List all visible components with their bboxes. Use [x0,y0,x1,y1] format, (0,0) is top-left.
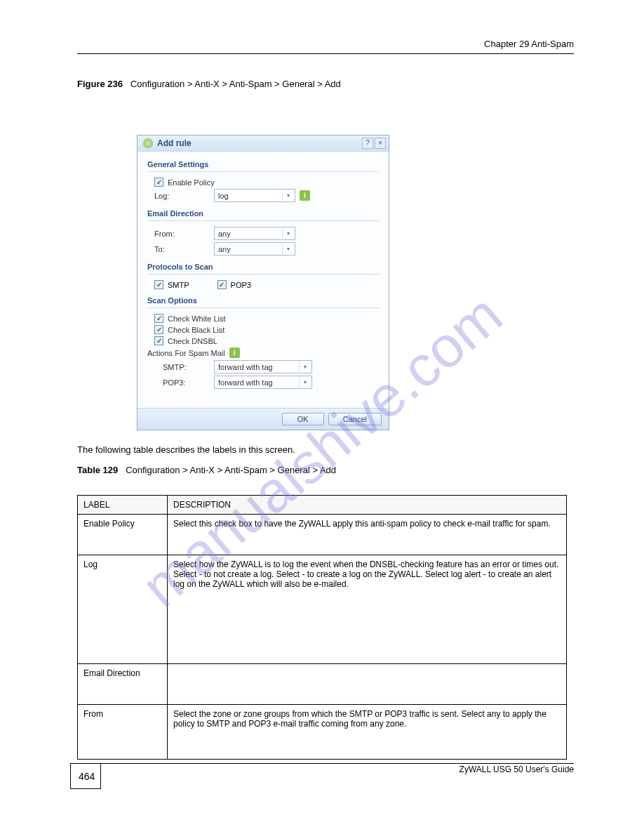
actions-spam-label: Actions For Spam Mail [147,349,225,357]
blacklist-checkbox[interactable]: ✓ [154,325,163,334]
dnsbl-checkbox[interactable]: ✓ [154,336,163,345]
figure-caption: Figure 236 Configuration > Anti-X > Anti… [77,79,644,89]
from-select-value: any [218,230,231,238]
page-header: Chapter 29 Anti-Spam [77,39,574,54]
whitelist-checkbox[interactable]: ✓ [154,314,163,323]
table-caption: Table 129 Configuration > Anti-X > Anti-… [77,465,644,475]
table-cell-desc [168,664,567,705]
smtp-action-select[interactable]: forward with tag ▾ [214,360,312,373]
chevron-down-icon: ▾ [282,190,293,201]
ok-button[interactable]: OK [282,413,324,425]
smtp-action-label: SMTP: [163,363,214,371]
dialog-title: Add rule [157,138,361,148]
smtp-label: SMTP [168,281,189,289]
enable-policy-label: Enable Policy [168,178,215,187]
info-icon[interactable]: i [229,348,240,358]
dialog-titlebar: Add rule ? × [137,135,389,152]
pop3-action-label: POP3: [163,378,214,387]
section-scan-options: Scan Options [147,296,379,308]
table-cell-label: From [78,705,168,760]
to-select-value: any [218,245,231,253]
table-row: Email Direction [78,664,567,705]
labels-table: LABEL DESCRIPTION Enable Policy Select t… [77,495,567,760]
blacklist-label: Check Black List [168,326,224,334]
guide-title: ZyWALL USG 50 User's Guide [459,764,574,774]
table-cell-label: Enable Policy [78,515,168,555]
table-row: From Select the zone or zone groups from… [78,705,567,760]
page-number: 464 [79,771,95,782]
enable-policy-checkbox[interactable]: ✓ [154,178,163,187]
figure-title: Configuration > Anti-X > Anti-Spam > Gen… [130,79,341,89]
log-select[interactable]: log ▾ [214,189,295,202]
table-head-label: LABEL [78,496,168,515]
table-caption-num: Table 129 [77,465,118,475]
table-cell-desc: Select how the ZyWALL is to log the even… [168,555,567,664]
table-cell-label: Email Direction [78,664,168,705]
table-cell-desc: Select the zone or zone groups from whic… [168,705,567,760]
table-head-desc: DESCRIPTION [168,496,567,515]
from-label: From: [154,230,214,238]
chevron-down-icon: ▾ [299,362,310,372]
to-label: To: [154,245,214,253]
whitelist-label: Check White List [168,315,226,323]
pop3-label: POP3 [231,281,251,289]
pop3-checkbox[interactable]: ✓ [217,280,227,289]
dialog-icon [143,138,153,148]
chevron-down-icon: ▾ [282,228,293,239]
table-row: Log Select how the ZyWALL is to log the … [78,555,567,664]
info-icon[interactable]: i [300,190,310,201]
from-select[interactable]: any ▾ [214,227,295,240]
table-row: Enable Policy Select this check box to h… [78,515,567,555]
add-rule-dialog: Add rule ? × General Settings ✓ Enable P… [137,135,389,430]
table-cell-label: Log [78,555,168,664]
log-label: Log: [154,192,214,200]
smtp-checkbox[interactable]: ✓ [154,280,163,289]
smtp-action-value: forward with tag [218,363,273,371]
chevron-down-icon: ▾ [282,244,293,254]
table-caption-title: Configuration > Anti-X > Anti-Spam > Gen… [126,465,336,475]
log-select-value: log [218,192,229,200]
figure-number: Figure 236 [77,79,123,89]
section-email-direction: Email Direction [147,209,379,221]
chapter-title: Chapter 29 Anti-Spam [484,39,574,49]
help-button[interactable]: ? [362,138,373,149]
chevron-down-icon: ▾ [299,377,310,388]
section-general-settings: General Settings [147,160,379,172]
to-select[interactable]: any ▾ [214,242,295,256]
pop3-action-select[interactable]: forward with tag ▾ [214,376,312,389]
table-intro: The following table describes the labels… [77,444,644,455]
footer-rule [70,763,574,764]
dnsbl-label: Check DNSBL [168,337,217,345]
table-cell-desc: Select this check box to have the ZyWALL… [168,515,567,555]
close-button[interactable]: × [375,138,386,149]
cancel-button[interactable]: Cancel [328,413,382,425]
pop3-action-value: forward with tag [218,378,273,387]
section-protocols: Protocols to Scan [147,263,379,274]
